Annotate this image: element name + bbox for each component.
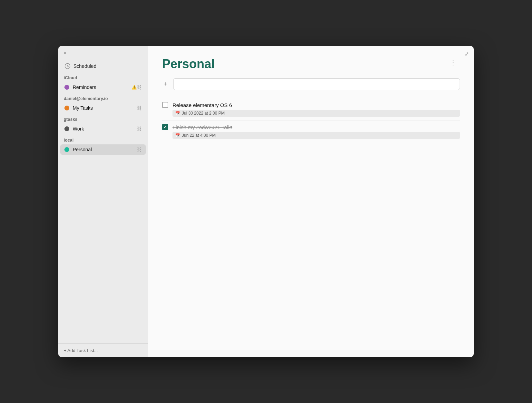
work-link-icon: ⛓ (137, 126, 142, 132)
sidebar-header: × (58, 46, 148, 59)
reminders-dot (64, 85, 69, 90)
close-button[interactable]: × (64, 51, 69, 55)
work-dot (64, 126, 69, 131)
sidebar-item-scheduled[interactable]: Scheduled (60, 61, 146, 72)
reminders-label: Reminders (73, 84, 131, 90)
task-checkbox-2[interactable] (162, 124, 168, 130)
table-row: Finish my #edw2021 Talk! 📅 Jun 22 at 4:0… (162, 120, 460, 142)
personal-link-icon: ⛓ (137, 147, 142, 152)
more-options-button[interactable]: ⋮ (447, 57, 460, 68)
new-task-row: + (148, 77, 474, 96)
personal-dot (64, 147, 69, 152)
personal-label: Personal (73, 147, 137, 152)
section-label-icloud: iCloud (58, 72, 148, 82)
task-date-badge-1: 📅 Jul 30 2022 at 2:00 PM (172, 110, 460, 117)
sidebar-items: Scheduled iCloud Reminders ⚠️ ⛓ daniel@e… (58, 59, 148, 343)
app-window: × Scheduled iCloud Reminders ⚠️ ⛓ daniel… (58, 46, 474, 357)
task-checkbox-1[interactable] (162, 102, 168, 108)
section-label-gtasks: gtasks (58, 114, 148, 123)
new-task-input[interactable] (173, 78, 460, 90)
expand-button[interactable]: ⤢ (464, 51, 469, 57)
warning-icon: ⚠️ (132, 85, 137, 90)
sidebar-item-personal[interactable]: Personal ⛓ (60, 144, 146, 155)
main-content: Personal ⋮ + Release elementary OS 6 📅 J… (148, 46, 474, 357)
sidebar-item-reminders[interactable]: Reminders ⚠️ ⛓ (60, 82, 146, 92)
my-tasks-link-icon: ⛓ (137, 105, 142, 111)
my-tasks-dot (64, 106, 69, 110)
calendar-icon-2: 📅 (175, 133, 180, 138)
scheduled-label: Scheduled (73, 63, 96, 69)
section-label-local: local (58, 134, 148, 144)
page-title: Personal (162, 57, 215, 71)
task-date-2: Jun 22 at 4:00 PM (182, 133, 215, 138)
task-name-1: Release elementary OS 6 (172, 102, 232, 108)
add-task-plus-icon[interactable]: + (162, 81, 169, 88)
tasks-list: Release elementary OS 6 📅 Jul 30 2022 at… (148, 96, 474, 357)
section-label-daniel: daniel@elementary.io (58, 93, 148, 102)
work-label: Work (73, 126, 137, 132)
clock-icon (64, 63, 71, 69)
add-task-list-button[interactable]: + Add Task List... (64, 348, 142, 353)
task-name-2: Finish my #edw2021 Talk! (172, 124, 232, 130)
sidebar-item-work[interactable]: Work ⛓ (60, 124, 146, 134)
calendar-icon-1: 📅 (175, 111, 180, 116)
main-header: Personal ⋮ (148, 46, 474, 77)
table-row: Release elementary OS 6 📅 Jul 30 2022 at… (162, 98, 460, 120)
task-date-1: Jul 30 2022 at 2:00 PM (182, 111, 224, 116)
task-date-badge-2: 📅 Jun 22 at 4:00 PM (172, 132, 460, 139)
my-tasks-label: My Tasks (73, 105, 137, 111)
sidebar-footer: + Add Task List... (58, 343, 148, 357)
sidebar-item-my-tasks[interactable]: My Tasks ⛓ (60, 103, 146, 113)
task-top: Finish my #edw2021 Talk! (162, 124, 460, 130)
task-top: Release elementary OS 6 (162, 102, 460, 108)
reminders-link-icon: ⛓ (137, 84, 142, 90)
sidebar: × Scheduled iCloud Reminders ⚠️ ⛓ daniel… (58, 46, 148, 357)
